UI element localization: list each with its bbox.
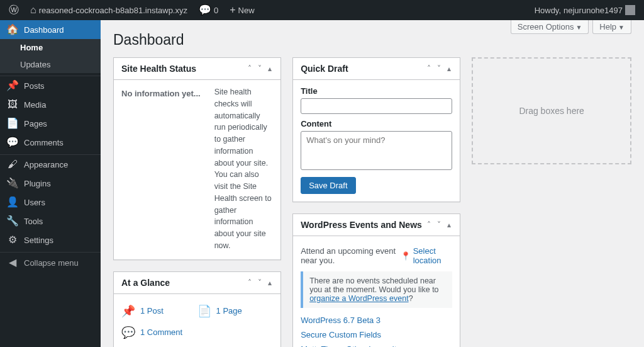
my-account[interactable]: Howdy, nejurunohe1497: [531, 0, 639, 20]
pin-icon: 📌: [6, 81, 19, 91]
menu-pages[interactable]: 📄Pages: [0, 114, 101, 133]
collapse-icon: ◀: [6, 258, 19, 268]
menu-users[interactable]: 👤Users: [0, 193, 101, 212]
qd-title-input[interactable]: [301, 98, 452, 114]
toggle-panel-icon[interactable]: ▴: [446, 63, 452, 74]
news-item[interactable]: Secure Custom Fields: [301, 327, 452, 342]
site-health-noinfo: No information yet...: [121, 86, 201, 98]
avatar: [625, 5, 635, 15]
admin-bar: ⓦ ⌂ reasoned-cockroach-b8ab81.instawp.xy…: [0, 0, 644, 20]
qd-content-input[interactable]: [301, 131, 452, 170]
glance-comments[interactable]: 💬1 Comment: [121, 322, 197, 343]
glance-posts[interactable]: 📌1 Post: [121, 300, 197, 322]
page-title: Dashboard: [113, 31, 631, 48]
menu-media[interactable]: 🖼Media: [0, 95, 101, 114]
new-content[interactable]: + New: [226, 0, 258, 20]
toggle-panel-icon[interactable]: ▴: [267, 277, 273, 288]
dashboard-icon: 🏠: [6, 25, 19, 35]
organize-event-link[interactable]: organize a WordPress event: [309, 294, 409, 303]
toggle-panel-icon[interactable]: ▴: [267, 63, 273, 74]
comments-count: 0: [214, 6, 218, 15]
events-title: WordPress Events and News: [301, 220, 422, 230]
chevron-down-icon: ▼: [618, 24, 625, 31]
glance-version: WordPress 6.6.2 running Twenty Twenty-Fo…: [121, 343, 273, 348]
glance-pages[interactable]: 📄1 Page: [197, 300, 274, 322]
glance-title: At a Glance: [121, 278, 170, 288]
menu-comments[interactable]: 💬Comments: [0, 133, 101, 152]
location-icon: 📍: [401, 251, 411, 261]
empty-sortable-dropzone[interactable]: Drag boxes here: [472, 57, 631, 164]
move-down-icon[interactable]: ˅: [436, 63, 442, 74]
wrench-icon: 🔧: [6, 216, 19, 226]
brush-icon: 🖌: [6, 159, 19, 169]
menu-dashboard[interactable]: 🏠 Dashboard: [0, 20, 101, 39]
save-draft-button[interactable]: Save Draft: [301, 177, 355, 194]
select-location-link[interactable]: Select location: [413, 246, 453, 265]
chevron-down-icon: ▼: [575, 24, 582, 31]
wp-logo[interactable]: ⓦ: [5, 0, 23, 20]
menu-appearance[interactable]: 🖌Appearance: [0, 155, 101, 174]
home-icon: ⌂: [30, 5, 36, 15]
qd-title-label: Title: [301, 86, 452, 96]
menu-tools[interactable]: 🔧Tools: [0, 212, 101, 230]
site-health-desc: Site health checks will automatically ru…: [214, 86, 273, 252]
help-button[interactable]: Help▼: [592, 20, 631, 34]
submenu-home[interactable]: Home: [0, 39, 101, 56]
screen-options-button[interactable]: Screen Options▼: [511, 20, 589, 34]
quick-draft-box: Quick Draft ˄ ˅ ▴ Title Content Save Dra…: [292, 57, 460, 202]
user-display-name: nejurunohe1497: [564, 6, 623, 15]
menu-dashboard-label: Dashboard: [24, 25, 64, 35]
sliders-icon: ⚙: [6, 235, 19, 245]
page-icon: 📄: [6, 118, 19, 128]
site-health-title: Site Health Status: [121, 64, 196, 74]
move-down-icon[interactable]: ˅: [257, 63, 263, 74]
pin-icon: 📌: [121, 304, 135, 318]
news-item[interactable]: Matt: Those Other Lawsuits: [301, 342, 452, 347]
user-icon: 👤: [6, 197, 19, 207]
media-icon: 🖼: [6, 100, 19, 110]
comments-icon: 💬: [6, 137, 19, 147]
plug-icon: 🔌: [6, 178, 19, 188]
events-attend-line: Attend an upcoming event near you.: [301, 246, 398, 265]
comments-link[interactable]: 💬 0: [195, 0, 222, 20]
content-area: Screen Options▼ Help▼ Dashboard Site Hea…: [101, 20, 644, 347]
move-down-icon[interactable]: ˅: [257, 277, 263, 288]
menu-posts[interactable]: 📌Posts: [0, 76, 101, 95]
comment-icon: 💬: [121, 326, 135, 339]
move-up-icon[interactable]: ˄: [426, 63, 432, 74]
news-item[interactable]: WordPress 6.7 Beta 3: [301, 313, 452, 327]
new-label: New: [238, 6, 255, 15]
site-health-box: Site Health Status ˄ ˅ ▴ No information …: [113, 57, 281, 260]
move-down-icon[interactable]: ˅: [436, 219, 442, 230]
qd-content-label: Content: [301, 119, 452, 128]
site-link[interactable]: ⌂ reasoned-cockroach-b8ab81.instawp.xyz: [26, 0, 191, 20]
wordpress-icon: ⓦ: [9, 5, 19, 15]
site-name: reasoned-cockroach-b8ab81.instawp.xyz: [39, 6, 187, 15]
dropzone-label: Drag boxes here: [519, 106, 584, 116]
howdy-prefix: Howdy,: [535, 6, 561, 15]
submenu-updates[interactable]: Updates: [0, 56, 101, 73]
events-no-events-notice: There are no events scheduled near you a…: [301, 271, 452, 308]
move-up-icon[interactable]: ˄: [426, 219, 432, 230]
comment-icon: 💬: [199, 5, 211, 15]
page-icon: 📄: [197, 304, 211, 318]
quick-draft-title: Quick Draft: [301, 64, 348, 74]
menu-settings[interactable]: ⚙Settings: [0, 230, 101, 249]
events-news-box: WordPress Events and News ˄ ˅ ▴ Attend a…: [292, 213, 460, 347]
admin-sidebar: 🏠 Dashboard Home Updates 📌Posts 🖼Media 📄…: [0, 20, 101, 347]
move-up-icon[interactable]: ˄: [247, 63, 253, 74]
toggle-panel-icon[interactable]: ▴: [446, 219, 452, 230]
at-a-glance-box: At a Glance ˄ ˅ ▴ 📌1 Post 📄1 Page 💬1 Com…: [113, 271, 281, 348]
plus-icon: +: [230, 5, 235, 15]
move-up-icon[interactable]: ˄: [247, 277, 253, 288]
menu-plugins[interactable]: 🔌Plugins: [0, 174, 101, 193]
collapse-menu[interactable]: ◀Collapse menu: [0, 253, 101, 273]
